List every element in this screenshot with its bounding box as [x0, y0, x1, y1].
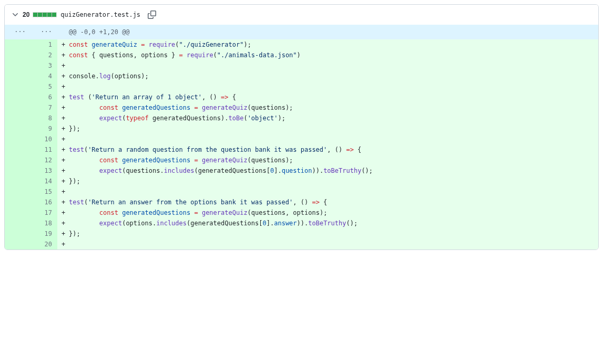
new-line-number[interactable]: 18 — [31, 218, 57, 228]
old-line-number[interactable] — [5, 218, 31, 228]
new-line-number[interactable]: 11 — [31, 144, 57, 155]
diff-line: 20 — [5, 239, 598, 249]
new-line-number[interactable]: 20 — [31, 239, 57, 249]
diff-line: 9}); — [5, 123, 598, 134]
code-cell[interactable]: }); — [57, 176, 598, 186]
old-line-number[interactable] — [5, 197, 31, 207]
diffstat-blocks — [33, 13, 56, 17]
old-line-number[interactable] — [5, 92, 31, 102]
diff-line: 14}); — [5, 176, 598, 186]
code-cell[interactable]: const generateQuiz = require("./quizGene… — [57, 39, 598, 50]
code-cell[interactable] — [57, 60, 598, 71]
diff-line-count: 20 — [23, 11, 29, 18]
code-cell[interactable]: test ('Return an array of 1 object', () … — [57, 92, 598, 102]
new-line-number[interactable]: 13 — [31, 165, 57, 176]
old-line-number[interactable] — [5, 176, 31, 186]
diff-tbody: ... ... @@ -0,0 +1,20 @@ 1const generate… — [5, 25, 598, 249]
diff-line: 15 — [5, 186, 598, 197]
chevron-down-icon[interactable] — [11, 11, 19, 19]
copy-path-icon[interactable] — [145, 9, 159, 20]
diff-line: 10 — [5, 134, 598, 144]
diff-line: 11test('Return a random question from th… — [5, 144, 598, 155]
new-line-number[interactable]: 5 — [31, 81, 57, 92]
diff-line: 18 expect(options.includes(generatedQues… — [5, 218, 598, 228]
diffstat-block-added — [43, 13, 47, 17]
file-name-link[interactable]: quizGenerator.test.js — [60, 11, 140, 18]
old-line-number[interactable] — [5, 71, 31, 81]
code-cell[interactable]: }); — [57, 228, 598, 239]
old-line-number[interactable] — [5, 60, 31, 71]
code-cell[interactable]: const generatedQuestions = generateQuiz(… — [57, 102, 598, 113]
hunk-header-text: @@ -0,0 +1,20 @@ — [57, 25, 598, 39]
expand-cell[interactable]: ... — [31, 25, 57, 39]
new-line-number[interactable]: 7 — [31, 102, 57, 113]
new-line-number[interactable]: 3 — [31, 60, 57, 71]
code-cell[interactable] — [57, 134, 598, 144]
old-line-number[interactable] — [5, 81, 31, 92]
diff-line: 4console.log(options); — [5, 71, 598, 81]
new-line-number[interactable]: 9 — [31, 123, 57, 134]
old-line-number[interactable] — [5, 113, 31, 123]
diff-line: 16test('Return an answer from the option… — [5, 197, 598, 207]
old-line-number[interactable] — [5, 123, 31, 134]
code-cell[interactable] — [57, 81, 598, 92]
expand-icon: ... — [40, 25, 52, 35]
new-line-number[interactable]: 17 — [31, 207, 57, 218]
new-line-number[interactable]: 1 — [31, 39, 57, 50]
new-line-number[interactable]: 10 — [31, 134, 57, 144]
code-cell[interactable]: const { questions, options } = require("… — [57, 50, 598, 60]
diffstat-block-added — [38, 13, 42, 17]
old-line-number[interactable] — [5, 228, 31, 239]
old-line-number[interactable] — [5, 155, 31, 165]
diff-line: 2const { questions, options } = require(… — [5, 50, 598, 60]
old-line-number[interactable] — [5, 239, 31, 249]
new-line-number[interactable]: 15 — [31, 186, 57, 197]
old-line-number[interactable] — [5, 165, 31, 176]
diffstat-block-added — [47, 13, 52, 17]
diff-line: 6test ('Return an array of 1 object', ()… — [5, 92, 598, 102]
code-cell[interactable] — [57, 239, 598, 249]
diff-line: 5 — [5, 81, 598, 92]
code-cell[interactable]: const generatedQuestions = generateQuiz(… — [57, 207, 598, 218]
code-cell[interactable]: }); — [57, 123, 598, 134]
old-line-number[interactable] — [5, 144, 31, 155]
code-cell[interactable]: expect(typeof generatedQuestions).toBe('… — [57, 113, 598, 123]
old-line-number[interactable] — [5, 207, 31, 218]
hunk-header-row: ... ... @@ -0,0 +1,20 @@ — [5, 25, 598, 39]
expand-icon: ... — [14, 25, 26, 35]
diffstat-block-added — [33, 13, 37, 17]
expand-cell[interactable]: ... — [5, 25, 31, 39]
old-line-number[interactable] — [5, 102, 31, 113]
diff-line: 19}); — [5, 228, 598, 239]
old-line-number[interactable] — [5, 134, 31, 144]
diff-line: 13 expect(questions.includes(generatedQu… — [5, 165, 598, 176]
diff-line: 8 expect(typeof generatedQuestions).toBe… — [5, 113, 598, 123]
old-line-number[interactable] — [5, 39, 31, 50]
code-cell[interactable]: expect(questions.includes(generatedQuest… — [57, 165, 598, 176]
new-line-number[interactable]: 8 — [31, 113, 57, 123]
code-cell[interactable] — [57, 186, 598, 197]
new-line-number[interactable]: 6 — [31, 92, 57, 102]
old-line-number[interactable] — [5, 50, 31, 60]
code-cell[interactable]: test('Return a random question from the … — [57, 144, 598, 155]
code-cell[interactable]: const generatedQuestions = generateQuiz(… — [57, 155, 598, 165]
file-header: 20 quizGenerator.test.js — [5, 5, 598, 25]
diff-file: 20 quizGenerator.test.js ... ... @@ -0,0… — [4, 4, 599, 250]
old-line-number[interactable] — [5, 186, 31, 197]
diff-table: ... ... @@ -0,0 +1,20 @@ 1const generate… — [5, 25, 598, 249]
new-line-number[interactable]: 12 — [31, 155, 57, 165]
code-cell[interactable]: test('Return an answer from the options … — [57, 197, 598, 207]
diff-line: 3 — [5, 60, 598, 71]
diffstat-block-added — [52, 13, 56, 17]
new-line-number[interactable]: 4 — [31, 71, 57, 81]
new-line-number[interactable]: 14 — [31, 176, 57, 186]
code-cell[interactable]: console.log(options); — [57, 71, 598, 81]
new-line-number[interactable]: 19 — [31, 228, 57, 239]
diff-line: 12 const generatedQuestions = generateQu… — [5, 155, 598, 165]
code-cell[interactable]: expect(options.includes(generatedQuestio… — [57, 218, 598, 228]
diff-line: 7 const generatedQuestions = generateQui… — [5, 102, 598, 113]
diff-line: 17 const generatedQuestions = generateQu… — [5, 207, 598, 218]
new-line-number[interactable]: 16 — [31, 197, 57, 207]
diff-line: 1const generateQuiz = require("./quizGen… — [5, 39, 598, 50]
new-line-number[interactable]: 2 — [31, 50, 57, 60]
